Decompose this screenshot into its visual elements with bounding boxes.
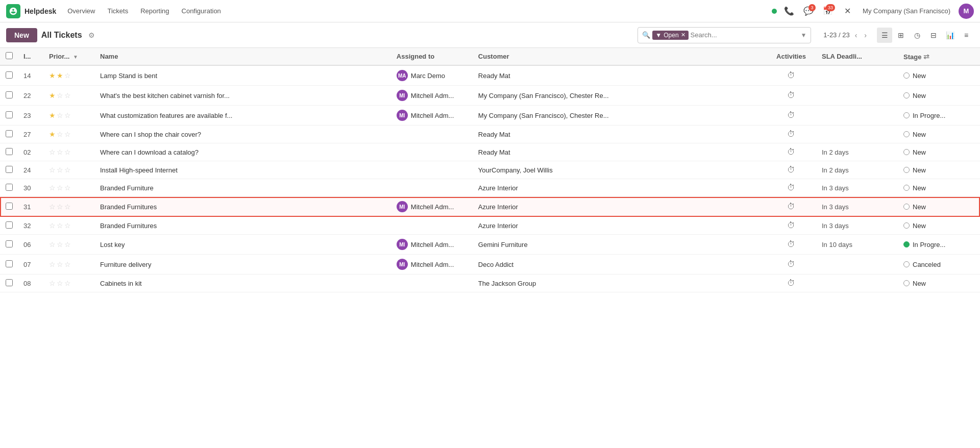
row-checkbox-cell[interactable] [0, 179, 18, 197]
ticket-name[interactable]: Where can I download a catalog? [95, 143, 391, 161]
ticket-stage[interactable]: Canceled [898, 255, 980, 275]
priority-stars[interactable]: ★☆☆ [49, 111, 90, 119]
row-checkbox-cell[interactable] [0, 161, 18, 179]
stage-dot[interactable] [903, 112, 910, 118]
star-1[interactable]: ☆ [49, 279, 56, 287]
star-2[interactable]: ☆ [57, 148, 63, 156]
name-header[interactable]: Name [95, 48, 391, 65]
stage-dot[interactable] [903, 185, 910, 191]
row-checkbox-cell[interactable] [0, 126, 18, 143]
row-checkbox[interactable] [6, 260, 13, 267]
table-view-icon[interactable]: ⊟ [926, 28, 941, 43]
table-row[interactable]: 02 ☆☆☆ Where can I download a catalog? R… [0, 143, 980, 161]
ticket-name[interactable]: Branded Furnitures [95, 217, 391, 235]
row-checkbox[interactable] [6, 166, 13, 173]
star-3[interactable]: ☆ [64, 184, 71, 192]
nav-configuration[interactable]: Configuration [177, 5, 226, 17]
star-2[interactable]: ☆ [57, 260, 63, 268]
activity-clock-icon[interactable]: ⏱ [787, 91, 795, 99]
ticket-priority[interactable]: ☆☆☆ [44, 197, 95, 217]
row-checkbox[interactable] [6, 91, 13, 98]
star-2[interactable]: ☆ [57, 221, 63, 230]
next-page-button[interactable]: › [862, 30, 869, 40]
star-1[interactable]: ☆ [49, 240, 56, 248]
star-2[interactable]: ★ [57, 71, 63, 80]
star-3[interactable]: ☆ [64, 221, 71, 230]
nav-tickets[interactable]: Tickets [102, 5, 133, 17]
table-row[interactable]: 32 ☆☆☆ Branded Furnitures Azure Interior… [0, 217, 980, 235]
star-1[interactable]: ☆ [49, 260, 56, 268]
ticket-priority[interactable]: ★☆☆ [44, 126, 95, 143]
ticket-stage[interactable]: New [898, 179, 980, 197]
star-3[interactable]: ☆ [64, 279, 71, 287]
stage-header[interactable]: Stage ⇄ [898, 48, 980, 65]
activity-clock-icon[interactable]: ⏱ [787, 183, 795, 192]
activity-clock-icon[interactable]: ⏱ [787, 221, 795, 230]
messages-icon[interactable]: 💬 3 [801, 4, 816, 18]
filter-close[interactable]: ✕ [681, 32, 685, 38]
ticket-activities[interactable]: ⏱ [766, 255, 817, 275]
priority-stars[interactable]: ☆☆☆ [49, 166, 90, 174]
ticket-name[interactable]: Lamp Stand is bent [95, 65, 391, 86]
ticket-activities[interactable]: ⏱ [766, 275, 817, 292]
row-checkbox[interactable] [6, 240, 13, 247]
ticket-name[interactable]: Lost key [95, 235, 391, 255]
row-checkbox-cell[interactable] [0, 255, 18, 275]
row-checkbox[interactable] [6, 203, 13, 210]
ticket-activities[interactable]: ⏱ [766, 217, 817, 235]
user-avatar[interactable]: M [959, 4, 974, 19]
new-button[interactable]: New [6, 28, 37, 42]
ticket-priority[interactable]: ☆☆☆ [44, 161, 95, 179]
ticket-activities[interactable]: ⏱ [766, 197, 817, 217]
star-3[interactable]: ☆ [64, 130, 71, 138]
star-1[interactable]: ☆ [49, 148, 56, 156]
prev-page-button[interactable]: ‹ [853, 30, 860, 40]
ticket-priority[interactable]: ☆☆☆ [44, 179, 95, 197]
row-checkbox-cell[interactable] [0, 143, 18, 161]
priority-stars[interactable]: ☆☆☆ [49, 221, 90, 230]
row-checkbox-cell[interactable] [0, 65, 18, 86]
activity-clock-icon[interactable]: ⏱ [787, 165, 795, 174]
select-all-checkbox[interactable] [6, 52, 13, 59]
ticket-stage[interactable]: In Progre... [898, 106, 980, 126]
ticket-stage[interactable]: New [898, 143, 980, 161]
star-3[interactable]: ☆ [64, 260, 71, 268]
ticket-activities[interactable]: ⏱ [766, 126, 817, 143]
star-2[interactable]: ☆ [57, 166, 63, 174]
ticket-activities[interactable]: ⏱ [766, 161, 817, 179]
activity-clock-icon[interactable]: ⏱ [787, 71, 795, 80]
row-checkbox-cell[interactable] [0, 275, 18, 292]
table-row[interactable]: 30 ☆☆☆ Branded Furniture Azure Interior … [0, 179, 980, 197]
kanban-view-icon[interactable]: ⊞ [893, 28, 909, 43]
activity-clock-icon[interactable]: ⏱ [787, 260, 795, 268]
stage-dot[interactable] [903, 222, 910, 229]
ticket-activities[interactable]: ⏱ [766, 106, 817, 126]
activity-clock-icon[interactable]: ⏱ [787, 147, 795, 156]
customer-header[interactable]: Customer [473, 48, 766, 65]
star-3[interactable]: ☆ [64, 203, 71, 211]
row-checkbox-cell[interactable] [0, 217, 18, 235]
row-checkbox-cell[interactable] [0, 197, 18, 217]
table-row[interactable]: 24 ☆☆☆ Install High-speed Internet YourC… [0, 161, 980, 179]
graph-view-icon[interactable]: 📊 [942, 28, 958, 43]
table-row[interactable]: 22 ★☆☆ What's the best kitchen cabinet v… [0, 86, 980, 106]
pivot-view-icon[interactable]: ≡ [959, 28, 974, 43]
priority-stars[interactable]: ★☆☆ [49, 91, 90, 99]
row-checkbox[interactable] [6, 148, 13, 155]
table-row[interactable]: 23 ★☆☆ What customization features are a… [0, 106, 980, 126]
activity-clock-icon[interactable]: ⏱ [787, 130, 795, 138]
star-3[interactable]: ☆ [64, 71, 71, 80]
ticket-name[interactable]: Branded Furniture [95, 179, 391, 197]
star-2[interactable]: ☆ [57, 279, 63, 287]
id-header[interactable]: I... [18, 48, 44, 65]
row-checkbox[interactable] [6, 111, 13, 118]
stage-dot[interactable] [903, 131, 910, 137]
wrench-icon[interactable]: ✕ [840, 4, 854, 18]
ticket-stage[interactable]: New [898, 126, 980, 143]
search-input[interactable] [691, 31, 799, 39]
row-checkbox[interactable] [6, 130, 13, 137]
star-1[interactable]: ★ [49, 130, 56, 138]
activity-clock-icon[interactable]: ⏱ [787, 279, 795, 287]
nav-reporting[interactable]: Reporting [135, 5, 174, 17]
priority-stars[interactable]: ☆☆☆ [49, 279, 90, 287]
